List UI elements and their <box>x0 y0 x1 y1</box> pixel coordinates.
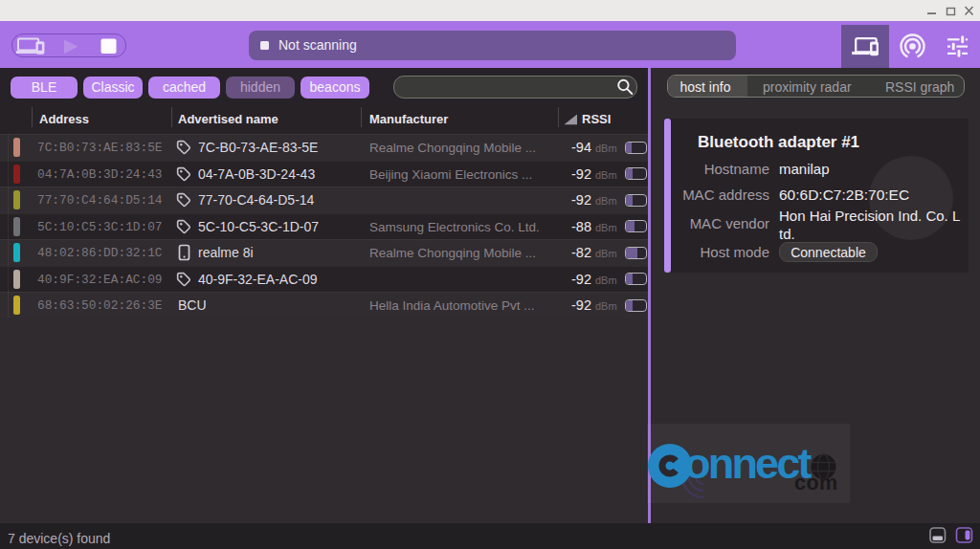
svg-text:com: com <box>794 472 838 494</box>
svg-text:onnect: onnect <box>684 439 813 488</box>
